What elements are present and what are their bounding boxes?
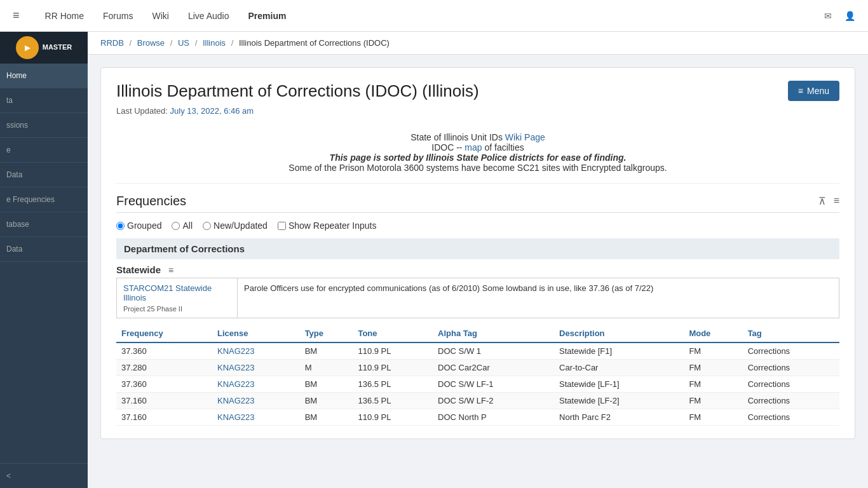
cell-tone: 110.9 PL [353, 360, 433, 376]
license-link[interactable]: KNAG223 [217, 412, 255, 422]
sidebar-item-tabase[interactable]: tabase [0, 212, 88, 237]
logo-text: MASTER [43, 43, 72, 51]
wiki-page-link[interactable]: Wiki Page [505, 132, 545, 142]
last-updated-date[interactable]: July 13, 2022, 6:46 am [170, 106, 254, 116]
filter-grouped[interactable]: Grouped [116, 220, 161, 231]
filter-new[interactable]: New/Updated [203, 220, 268, 231]
cell-type: BM [300, 409, 353, 426]
cell-mode: FM [684, 409, 742, 426]
cell-frequency: 37.360 [116, 376, 212, 393]
breadcrumb-sep-1: / [129, 38, 132, 48]
last-updated-label: Last Updated: [116, 106, 168, 116]
user-icon[interactable]: 👤 [844, 11, 855, 21]
th-mode: Mode [684, 325, 742, 342]
sidebar-item-ta[interactable]: ta [0, 88, 88, 113]
info-block: State of Illinois Unit IDs Wiki Page IDO… [116, 126, 839, 184]
th-description: Description [554, 325, 684, 342]
nav-forums[interactable]: Forums [103, 11, 133, 21]
breadcrumb-rrdb[interactable]: RRDB [100, 38, 124, 48]
nav-wiki[interactable]: Wiki [152, 11, 168, 21]
menu-button[interactable]: ≡ Menu [788, 81, 839, 101]
filter-all-radio[interactable] [172, 222, 180, 230]
info-line2: IDOC -- map of facilties [116, 142, 839, 152]
info-line4: Some of the Prison Motorola 3600 systems… [116, 163, 839, 173]
nav-premium[interactable]: Premium [248, 11, 286, 21]
breadcrumb-us[interactable]: US [178, 38, 189, 48]
last-updated: Last Updated: July 13, 2022, 6:46 am [116, 106, 839, 116]
cell-tag: Corrections [743, 360, 839, 376]
cell-tag: Corrections [743, 342, 839, 360]
th-type: Type [300, 325, 353, 342]
table-row: 37.160 KNAG223 BM 136.5 PL DOC S/W LF-2 … [116, 393, 839, 409]
cell-tone: 110.9 PL [353, 409, 433, 426]
envelope-icon[interactable]: ✉ [824, 11, 832, 21]
hamburger-icon[interactable]: ≡ [13, 9, 20, 22]
sidebar-item-home[interactable]: Home [0, 64, 88, 88]
breadcrumb-sep-2: / [170, 38, 173, 48]
sidebar-item-ssions[interactable]: ssions [0, 113, 88, 138]
sidebar-item-data[interactable]: Data [0, 163, 88, 187]
sidebar-collapse[interactable]: < [0, 463, 88, 488]
cell-type: BM [300, 376, 353, 393]
table-header-row: Frequency License Type Tone Alpha Tag De… [116, 325, 839, 342]
info-line1: State of Illinois Unit IDs Wiki Page [116, 132, 839, 142]
nav-live-audio[interactable]: Live Audio [188, 11, 229, 21]
frequency-table: Frequency License Type Tone Alpha Tag De… [116, 325, 839, 426]
sidebar: ▶ MASTER Home ta ssions e Data e Frequen… [0, 32, 88, 488]
breadcrumb-sep-4: / [231, 38, 234, 48]
group-name: Department of Corrections [124, 243, 245, 254]
filter-new-radio[interactable] [203, 222, 211, 230]
license-link[interactable]: KNAG223 [217, 363, 255, 372]
cell-mode: FM [684, 393, 742, 409]
license-link[interactable]: KNAG223 [217, 379, 255, 389]
cell-frequency: 37.360 [116, 342, 212, 360]
table-row: 37.160 KNAG223 BM 110.9 PL DOC North P N… [116, 409, 839, 426]
sidebar-item-e[interactable]: e [0, 138, 88, 163]
frequencies-section-header: Frequencies ⊼ ≡ [116, 194, 839, 213]
system-sub-label: Project 25 Phase II [123, 305, 231, 313]
sidebar-item-data2[interactable]: Data [0, 237, 88, 262]
menu-button-label: Menu [807, 86, 829, 96]
cell-frequency: 37.280 [116, 360, 212, 376]
system-row: STARCOM21 Statewide Illinois Project 25 … [116, 278, 839, 318]
th-license: License [212, 325, 300, 342]
cell-tag: Corrections [743, 409, 839, 426]
filter-repeater-checkbox[interactable] [278, 222, 286, 230]
sidebar-item-frequencies[interactable]: e Frequencies [0, 187, 88, 212]
cell-frequency: 37.160 [116, 393, 212, 409]
license-link[interactable]: KNAG223 [217, 346, 255, 356]
cell-type: BM [300, 342, 353, 360]
breadcrumb-illinois[interactable]: Illinois [203, 38, 226, 48]
cell-alpha-tag: DOC S/W 1 [433, 342, 554, 360]
filter-repeater[interactable]: Show Repeater Inputs [278, 220, 377, 231]
cell-type: M [300, 360, 353, 376]
cell-license: KNAG223 [212, 393, 300, 409]
th-alpha-tag: Alpha Tag [433, 325, 554, 342]
cell-mode: FM [684, 342, 742, 360]
cell-description: North Parc F2 [554, 409, 684, 426]
system-link[interactable]: STARCOM21 Statewide Illinois [123, 283, 212, 302]
map-link[interactable]: map [465, 142, 482, 152]
filter-row: Grouped All New/Updated Show Repeater In… [116, 220, 839, 231]
nav-rr-home[interactable]: RR Home [45, 11, 84, 21]
cell-type: BM [300, 393, 353, 409]
filter-grouped-radio[interactable] [116, 222, 125, 230]
breadcrumb-browse[interactable]: Browse [137, 38, 165, 48]
breadcrumb: RRDB / Browse / US / Illinois / Illinois… [88, 32, 868, 55]
filter-all[interactable]: All [172, 220, 193, 231]
breadcrumb-current: Illinois Department of Corrections (IDOC… [239, 38, 390, 48]
table-row: 37.360 KNAG223 BM 110.9 PL DOC S/W 1 Sta… [116, 342, 839, 360]
license-link[interactable]: KNAG223 [217, 396, 255, 405]
columns-icon[interactable]: ≡ [834, 195, 839, 207]
cell-license: KNAG223 [212, 342, 300, 360]
section-icons: ⊼ ≡ [818, 195, 839, 207]
subgroup-name: Statewide [116, 264, 161, 275]
system-row-left: STARCOM21 Statewide Illinois Project 25 … [117, 278, 238, 318]
breadcrumb-sep-3: / [195, 38, 198, 48]
cell-tone: 110.9 PL [353, 342, 433, 360]
filter-icon[interactable]: ⊼ [818, 195, 826, 207]
cell-description: Car-to-Car [554, 360, 684, 376]
cell-description: Statewide [LF-2] [554, 393, 684, 409]
cell-alpha-tag: DOC Car2Car [433, 360, 554, 376]
subgroup-row: Statewide ≡ [116, 259, 839, 278]
